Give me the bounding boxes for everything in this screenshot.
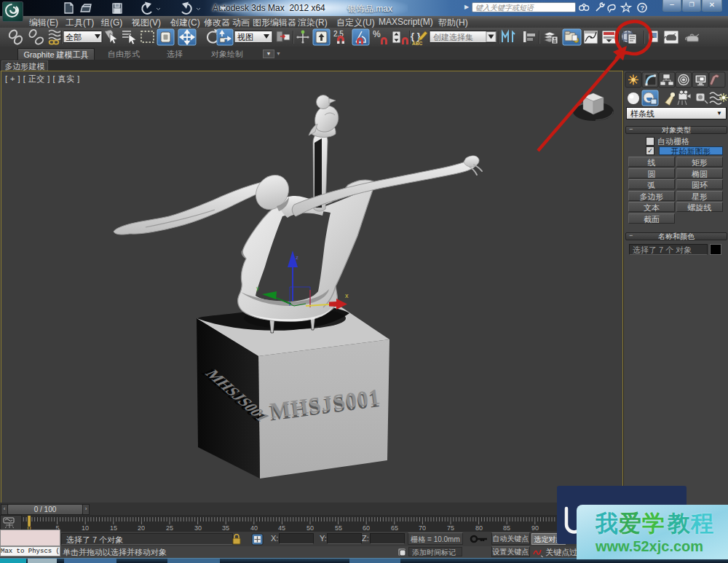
svg-text:60: 60 <box>363 524 370 532</box>
svg-text:80: 80 <box>475 524 483 532</box>
svg-text:全部: 全部 <box>66 33 82 42</box>
svg-text:45: 45 <box>278 524 285 532</box>
svg-text:y: y <box>256 285 259 291</box>
svg-text:70: 70 <box>419 524 426 532</box>
svg-text:55: 55 <box>335 524 342 532</box>
svg-text:25: 25 <box>166 524 173 532</box>
svg-text:90: 90 <box>531 524 539 532</box>
svg-text:75: 75 <box>447 524 454 532</box>
svg-text:35: 35 <box>222 524 229 532</box>
svg-text:15: 15 <box>110 524 117 532</box>
svg-text:10: 10 <box>82 524 89 532</box>
svg-text:40: 40 <box>250 524 258 532</box>
svg-text:30: 30 <box>194 524 202 532</box>
svg-text:%: % <box>373 29 381 39</box>
svg-text:?: ? <box>640 4 644 12</box>
svg-text:z: z <box>296 254 298 261</box>
svg-text:50: 50 <box>306 524 314 532</box>
svg-text:20: 20 <box>138 524 145 532</box>
svg-text:85: 85 <box>503 524 510 532</box>
svg-text:65: 65 <box>391 524 398 532</box>
svg-text:ABC: ABC <box>412 41 422 46</box>
svg-text:视图: 视图 <box>237 33 253 42</box>
svg-text:x: x <box>345 292 349 299</box>
svg-text:创建选择集: 创建选择集 <box>433 33 473 42</box>
